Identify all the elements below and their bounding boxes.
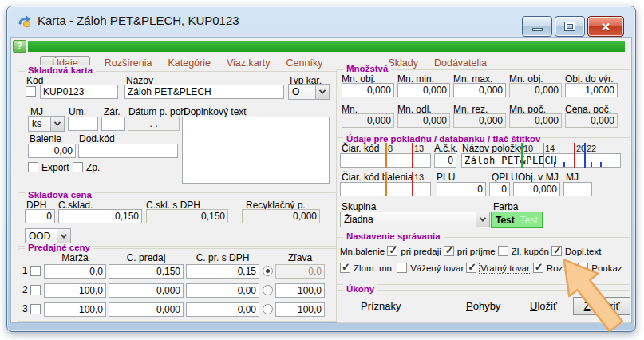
marza-input[interactable]: -100,0 — [44, 302, 106, 317]
dph-input[interactable]: 0 — [25, 209, 55, 223]
doplnkovy-text-label: Doplnkový text — [184, 106, 247, 117]
dropdown-arrow-icon[interactable] — [50, 117, 64, 131]
qty-input: 0,000 — [509, 83, 562, 97]
qty-input: 0,000 — [342, 113, 394, 128]
priznaky-button[interactable]: Príznaky — [361, 300, 401, 312]
tab-rozsirenia[interactable]: Rozšírenia — [103, 57, 154, 69]
ack-input[interactable]: 0 — [434, 153, 456, 168]
marza-input[interactable]: -100,0 — [44, 283, 106, 298]
dialog-window: Karta - Záloh PET&PLECH, KUP0123 ✕ ? Úda… — [6, 6, 636, 332]
dodkod-input[interactable] — [78, 144, 178, 158]
checkbox-pri-prijme[interactable]: pri príjme — [444, 246, 496, 256]
export-checkbox[interactable] — [28, 162, 38, 172]
predaj-input[interactable]: 0,150 — [109, 264, 184, 279]
price-row-checkbox[interactable] — [30, 266, 41, 276]
zar-input[interactable] — [101, 117, 125, 131]
marza-input[interactable]: 0,0 — [44, 264, 106, 279]
predaj-dph-input[interactable]: 0,00 — [186, 283, 259, 298]
checkbox-pri-predaji[interactable]: pri predaji — [387, 246, 441, 256]
plu-label: PLU — [437, 172, 455, 183]
price-row-radio[interactable] — [263, 266, 273, 276]
skupina-select[interactable]: Žiadna — [340, 212, 490, 227]
ruler-tick-label: 13 — [414, 172, 424, 182]
checkbox-label: Zl. kupón — [512, 247, 549, 256]
ruler-minor-tick — [591, 162, 592, 167]
tab-bar: Údaje Rozšírenia Kategórie Viaz.karty Ce… — [21, 55, 625, 70]
checkbox-label: Zlom. mn. — [354, 263, 394, 273]
nazov-polozky-input[interactable]: Záloh PET&PLECH — [461, 153, 621, 168]
dropdown-arrow-icon[interactable] — [57, 229, 70, 243]
typ-kar-select[interactable]: O — [288, 84, 330, 100]
tab-dodavatelia[interactable]: Dodávatelia — [433, 57, 488, 69]
mj2-input[interactable] — [563, 182, 592, 196]
tab-kategorie[interactable]: Kategórie — [166, 57, 212, 69]
ruler-tick-label: 13 — [414, 144, 424, 153]
price-row-radio[interactable] — [263, 304, 273, 314]
checkbox-box[interactable] — [397, 263, 407, 273]
price-row-radio[interactable] — [263, 285, 273, 295]
help-button[interactable]: ? — [13, 40, 26, 53]
ruler-tick-label: 14 — [545, 144, 555, 153]
checkbox-box[interactable] — [387, 246, 397, 256]
obj-v-mj-input[interactable]: 0,000 — [513, 182, 560, 196]
predaj-header: C. predaj — [109, 252, 184, 263]
checkbox-zlom-mn[interactable]: Zlom. mn. — [340, 263, 394, 273]
skupina-value: Žiadna — [341, 214, 476, 225]
ood-select[interactable]: OOD — [25, 228, 71, 244]
zlava-input[interactable]: 100,0 — [275, 302, 325, 317]
nazov-input[interactable]: Záloh PET&PLECH — [124, 85, 284, 99]
checkbox-box[interactable] — [533, 263, 543, 273]
checkbox-box[interactable] — [498, 246, 508, 256]
checkbox-box[interactable] — [466, 263, 476, 273]
minimize-button[interactable] — [522, 16, 552, 37]
status-bar — [28, 41, 625, 52]
screenshot-background: Karta - Záloh PET&PLECH, KUP0123 ✕ ? Úda… — [0, 0, 644, 340]
checkbox-zl-kupon[interactable]: Zl. kupón — [498, 246, 549, 256]
dropdown-arrow-icon[interactable] — [315, 85, 329, 99]
kod-input[interactable]: KUP0123 — [40, 85, 118, 99]
um-input[interactable] — [68, 117, 98, 131]
predaj-dph-input[interactable]: 0,00 — [186, 302, 259, 317]
plu-input[interactable]: 0 — [437, 182, 486, 196]
tab-sklady[interactable]: Sklady — [386, 57, 420, 69]
price-row-checkbox[interactable] — [30, 304, 41, 314]
csklad-input[interactable]: 0,150 — [58, 209, 142, 223]
close-button[interactable]: ✕ — [587, 16, 624, 37]
checkbox-vazeny-tovar[interactable]: Vážený tovar — [397, 263, 464, 273]
price-row-checkbox[interactable] — [30, 285, 41, 295]
ruler-tick-label: 8 — [388, 144, 393, 153]
dropdown-arrow-icon[interactable] — [476, 212, 489, 227]
balenie-input[interactable]: 0,00 — [28, 144, 76, 158]
nazov-polozky-label: Názov položky — [462, 143, 524, 154]
checkbox-box[interactable] — [444, 246, 454, 256]
datum-input[interactable]: . . — [128, 117, 180, 131]
doplnkovy-text-input[interactable] — [182, 117, 330, 184]
predaj-input[interactable]: 0,000 — [109, 302, 184, 317]
qty-input: 0,000 — [453, 113, 506, 128]
farba-label: Farba — [493, 201, 518, 212]
kod-checkbox[interactable] — [26, 86, 36, 97]
checkbox-label: Vratný tovar — [480, 263, 531, 273]
tab-cenniky[interactable]: Cenníky — [285, 57, 325, 69]
qty-input[interactable]: 0,000 — [342, 83, 394, 97]
ruler-line — [521, 143, 523, 168]
qty-input[interactable]: 0,000 — [453, 83, 506, 97]
qplu-input[interactable]: 0 — [489, 182, 510, 196]
predaj-dph-input[interactable]: 0,15 — [186, 264, 259, 279]
checkbox-box[interactable] — [340, 263, 350, 273]
zp-checkbox[interactable] — [73, 162, 83, 172]
dialog-body: ? Údaje Rozšírenia Kategórie Viaz.karty … — [10, 37, 632, 323]
pohyby-button[interactable]: Pohyby — [466, 300, 500, 312]
farba-value: Test — [496, 215, 515, 226]
predaj-input[interactable]: 0,000 — [109, 283, 184, 298]
zlava-input[interactable]: 100,0 — [275, 283, 325, 298]
checkbox-vratny-tovar[interactable]: Vratný tovar — [466, 263, 531, 273]
qty-input[interactable]: 1,0000 — [565, 83, 618, 97]
tab-viazkarty[interactable]: Viaz.karty — [225, 57, 272, 69]
maximize-button[interactable] — [555, 16, 585, 37]
titlebar[interactable]: Karta - Záloh PET&PLECH, KUP0123 ✕ — [7, 6, 635, 37]
ruler-line — [584, 143, 586, 168]
mj-select[interactable]: ks — [28, 116, 65, 132]
farba-swatch[interactable]: Test Test — [491, 212, 543, 228]
qty-input[interactable]: 0,000 — [397, 83, 450, 97]
